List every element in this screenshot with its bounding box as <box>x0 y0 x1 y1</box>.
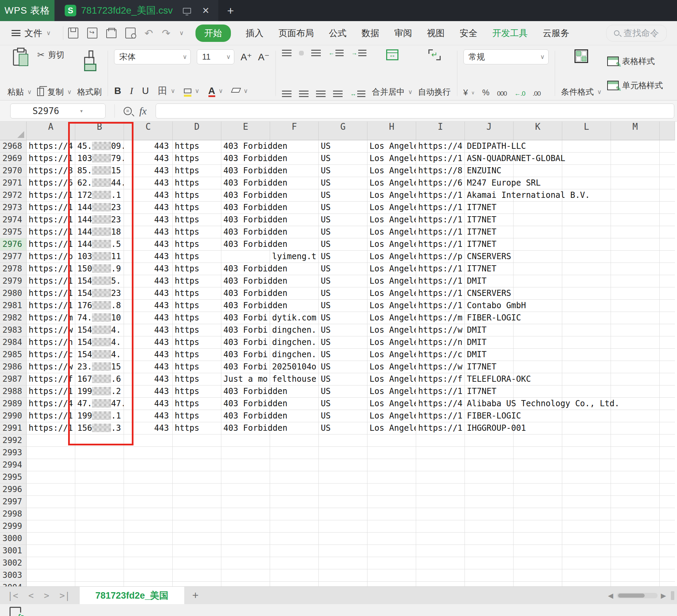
cell-K2976[interactable] <box>514 238 562 251</box>
cell-I2975[interactable]: https://1 <box>416 226 465 238</box>
row-header-2993[interactable]: 2993 <box>0 447 27 459</box>
cell-M2999[interactable] <box>611 520 660 533</box>
cell-B2970[interactable]: 85.15 <box>75 165 124 177</box>
last-sheet-icon[interactable]: >| <box>60 590 70 601</box>
cell-E2998[interactable] <box>221 508 270 520</box>
cell-H2982[interactable]: Los Angele <box>367 312 416 324</box>
conditional-format-button[interactable]: 条件格式∨ <box>561 86 602 97</box>
find-command-search[interactable]: 查找命令 <box>606 25 667 42</box>
cell-C2981[interactable]: 443 <box>124 300 173 312</box>
cell-B2990[interactable]: 199.1 <box>75 410 124 422</box>
cell-D2975[interactable]: https <box>173 226 221 238</box>
cell-E2980[interactable]: 403 Forbidden <box>221 287 270 300</box>
cell-J2971[interactable]: M247 Europe SRL <box>465 177 514 189</box>
cell-L2988[interactable] <box>562 385 611 398</box>
cell-I2971[interactable]: https://6 <box>416 177 465 189</box>
cell-J2991[interactable]: IHGGROUP-001 <box>465 422 514 435</box>
cell-G2977[interactable]: US <box>319 251 367 263</box>
cell-A2987[interactable]: https://f <box>27 373 75 385</box>
cell-M2977[interactable] <box>611 251 660 263</box>
scroll-left-icon[interactable]: ◀ <box>608 591 613 600</box>
cell-E3004[interactable] <box>221 582 270 586</box>
tab-home[interactable]: 开始 <box>195 25 231 42</box>
cell-L3002[interactable] <box>562 557 611 569</box>
cell-C3002[interactable] <box>124 557 173 569</box>
row-header-2986[interactable]: 2986 <box>0 361 27 373</box>
cell-C2968[interactable]: 443 <box>124 140 173 153</box>
cell-J2975[interactable]: IT7NET <box>465 226 514 238</box>
cell-A2968[interactable]: https://4 <box>27 140 75 153</box>
row-header-2992[interactable]: 2992 <box>0 435 27 447</box>
cell-C3004[interactable] <box>124 582 173 586</box>
align-middle-button[interactable] <box>299 51 304 56</box>
cell-A2980[interactable]: https://1 <box>27 287 75 300</box>
cell-G2980[interactable]: US <box>319 287 367 300</box>
cell-D2979[interactable]: https <box>173 275 221 287</box>
cell-J2999[interactable] <box>465 520 514 533</box>
cell-A2992[interactable] <box>27 435 75 447</box>
cell-partial[interactable] <box>660 226 675 238</box>
cell-K2993[interactable] <box>514 447 562 459</box>
cell-H2998[interactable] <box>367 508 416 520</box>
cell-E2992[interactable] <box>221 435 270 447</box>
cell-I2970[interactable]: https://8 <box>416 165 465 177</box>
cell-B2971[interactable]: 62.44. <box>75 177 124 189</box>
cell-A2989[interactable]: https://4 <box>27 398 75 410</box>
cell-F3004[interactable] <box>270 582 319 586</box>
cell-K2996[interactable] <box>514 484 562 496</box>
cell-G2982[interactable]: US <box>319 312 367 324</box>
cell-B2982[interactable]: 74.10 <box>75 312 124 324</box>
align-center-button[interactable] <box>299 91 309 97</box>
cell-M2985[interactable] <box>611 349 660 361</box>
cell-G2974[interactable]: US <box>319 214 367 226</box>
cell-C2980[interactable]: 443 <box>124 287 173 300</box>
cell-I2994[interactable] <box>416 459 465 471</box>
cell-J3003[interactable] <box>465 569 514 582</box>
column-header-B[interactable]: B <box>75 122 124 140</box>
cell-K2994[interactable] <box>514 459 562 471</box>
row-header-2979[interactable]: 2979 <box>0 275 27 287</box>
cell-E2994[interactable] <box>221 459 270 471</box>
cell-partial[interactable] <box>660 275 675 287</box>
cell-J2981[interactable]: Contabo GmbH <box>465 300 514 312</box>
cell-G2987[interactable]: US <box>319 373 367 385</box>
column-header-A[interactable]: A <box>27 122 75 140</box>
cell-J2977[interactable]: CNSERVERS <box>465 251 514 263</box>
cell-M2995[interactable] <box>611 471 660 484</box>
cell-L2993[interactable] <box>562 447 611 459</box>
cell-D2974[interactable]: https <box>173 214 221 226</box>
cell-K2997[interactable] <box>514 496 562 508</box>
cell-E2991[interactable]: 403 Forbidden <box>221 422 270 435</box>
cell-D2997[interactable] <box>173 496 221 508</box>
cell-D3001[interactable] <box>173 545 221 557</box>
cell-G2983[interactable]: US <box>319 324 367 336</box>
cell-M3001[interactable] <box>611 545 660 557</box>
row-header-2983[interactable]: 2983 <box>0 324 27 336</box>
cell-H2984[interactable]: Los Angele <box>367 336 416 349</box>
cell-partial[interactable] <box>660 582 675 586</box>
cell-B2984[interactable]: 1544. <box>75 336 124 349</box>
cell-M2996[interactable] <box>611 484 660 496</box>
cell-partial[interactable] <box>660 263 675 275</box>
cell-E2973[interactable]: 403 Forbidden <box>221 202 270 214</box>
cell-F3003[interactable] <box>270 569 319 582</box>
cell-A2991[interactable]: https://1 <box>27 422 75 435</box>
cell-K3000[interactable] <box>514 533 562 545</box>
cell-G3003[interactable] <box>319 569 367 582</box>
cell-A2979[interactable]: https://1 <box>27 275 75 287</box>
document-tab[interactable]: S 781723fd2e_美国.csv ✕ <box>54 0 218 21</box>
column-header-K[interactable]: K <box>514 122 562 140</box>
cell-D2981[interactable]: https <box>173 300 221 312</box>
cell-C2985[interactable]: 443 <box>124 349 173 361</box>
cell-C2979[interactable]: 443 <box>124 275 173 287</box>
cell-I2984[interactable]: https://n <box>416 336 465 349</box>
present-monitor-icon[interactable] <box>183 8 191 14</box>
cell-L2975[interactable] <box>562 226 611 238</box>
cell-K2974[interactable] <box>514 214 562 226</box>
cell-L2985[interactable] <box>562 349 611 361</box>
cell-L2986[interactable] <box>562 361 611 373</box>
column-header-I[interactable]: I <box>416 122 465 140</box>
cell-E2988[interactable]: 403 Forbidden <box>221 385 270 398</box>
row-header-2996[interactable]: 2996 <box>0 484 27 496</box>
prev-sheet-icon[interactable]: < <box>28 590 34 601</box>
